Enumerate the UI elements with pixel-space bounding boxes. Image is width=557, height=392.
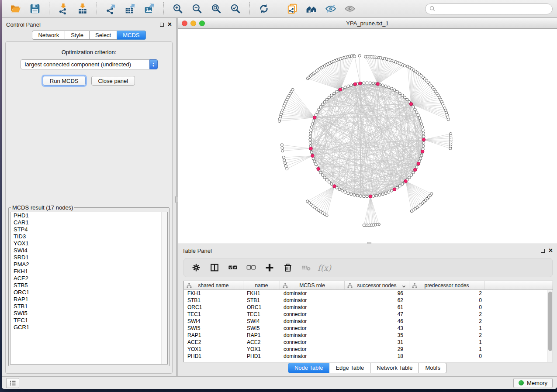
table-row[interactable]: ACE2ACE2connector311 xyxy=(184,339,553,346)
mcds-result-item[interactable]: RAP1 xyxy=(10,296,167,303)
network-window-titlebar[interactable]: YPA_prune.txt_1 xyxy=(178,18,557,29)
mcds-result-item[interactable]: FKH1 xyxy=(10,268,167,275)
import-network-button[interactable] xyxy=(57,2,70,15)
table-row[interactable]: YOX1YOX1connector291 xyxy=(184,346,553,353)
export-image-button[interactable] xyxy=(143,2,156,15)
create-column-button[interactable] xyxy=(264,262,275,273)
mcds-result-item[interactable]: ORC1 xyxy=(10,289,167,296)
tab-select[interactable]: Select xyxy=(90,31,117,40)
save-session-button[interactable] xyxy=(28,2,42,15)
tab-mcds[interactable]: MCDS xyxy=(117,31,145,40)
zoom-fit-button[interactable] xyxy=(210,2,223,15)
table-panel-title: Table Panel xyxy=(182,248,212,254)
close-panel-icon[interactable]: × xyxy=(168,22,172,27)
close-table-panel-icon[interactable]: × xyxy=(549,248,553,253)
search-input[interactable] xyxy=(436,6,549,12)
mcds-result-item[interactable]: SWI5 xyxy=(10,310,167,317)
mcds-result-list[interactable]: PHD1CAR1STP4TID3YOX1SWI4SRD1PMA2FKH1ACE2… xyxy=(10,212,168,364)
export-table-button[interactable] xyxy=(124,2,137,15)
table-row[interactable]: RAP1RAP1dominator352 xyxy=(184,332,553,339)
export-network-button[interactable] xyxy=(104,2,118,15)
tab-motifs[interactable]: Motifs xyxy=(419,363,447,373)
neighborhood-button[interactable] xyxy=(305,2,318,15)
trash-icon xyxy=(283,263,293,272)
cell-name: ORC1 xyxy=(243,304,280,311)
cell-mcds-role: connector xyxy=(280,339,345,346)
table-row[interactable]: STB1STB1dominator620 xyxy=(184,297,553,304)
delete-columns-button[interactable] xyxy=(282,262,293,273)
float-panel-icon[interactable] xyxy=(160,23,164,27)
import-table-button[interactable] xyxy=(76,2,89,15)
cell-successor-nodes: 35 xyxy=(345,332,409,339)
zoom-selected-button[interactable] xyxy=(229,2,242,15)
mcds-result-item[interactable]: SWI4 xyxy=(10,247,167,254)
table-row[interactable]: SWI4SWI4dominator462 xyxy=(184,318,553,325)
search-box[interactable] xyxy=(425,3,553,14)
window-maximize-icon[interactable] xyxy=(199,21,205,26)
run-mcds-button[interactable]: Run MCDS xyxy=(43,76,86,86)
column-header-shared-name[interactable]: shared name xyxy=(184,281,243,289)
table-row[interactable]: FKH1FKH1dominator962 xyxy=(184,290,553,297)
mcds-result-item[interactable]: GCR1 xyxy=(10,324,167,331)
show-panels-button[interactable] xyxy=(6,378,19,388)
float-table-panel-icon[interactable] xyxy=(541,249,545,253)
mcds-result-item[interactable]: YOX1 xyxy=(10,240,167,247)
column-header-name[interactable]: name xyxy=(243,281,280,289)
window-close-icon[interactable] xyxy=(182,21,187,26)
apply-layout-button[interactable] xyxy=(257,2,270,15)
cell-predecessor-nodes: 2 xyxy=(409,318,484,325)
cell-shared-name: RAP1 xyxy=(184,332,243,339)
cell-predecessor-nodes: 1 xyxy=(409,346,484,353)
cell-predecessor-nodes: 1 xyxy=(409,339,484,346)
column-header-predecessor-nodes[interactable]: predecessor nodes xyxy=(409,281,484,289)
mcds-result-item[interactable]: PMA2 xyxy=(10,261,167,268)
criterion-dropdown[interactable]: largest connected component (undirected)… xyxy=(21,59,158,69)
show-all-columns-button[interactable] xyxy=(227,262,238,273)
window-minimize-icon[interactable] xyxy=(190,21,196,26)
mcds-result-item[interactable]: CAR1 xyxy=(10,219,167,226)
table-row[interactable]: SWI5SWI5connector431 xyxy=(184,325,553,332)
memory-button[interactable]: Memory xyxy=(513,378,553,388)
mcds-result-item[interactable]: STB5 xyxy=(10,282,167,289)
table-scrollbar[interactable] xyxy=(547,290,553,362)
network-graph[interactable] xyxy=(178,29,557,244)
cytoscape-window: Control Panel × NetworkStyleSelectMCDS O… xyxy=(2,0,557,389)
close-panel-button[interactable]: Close panel xyxy=(91,76,135,86)
table-row[interactable]: TEC1TEC1connector472 xyxy=(184,311,553,318)
hide-all-columns-button[interactable] xyxy=(246,262,256,273)
mcds-result-item[interactable]: TID3 xyxy=(10,233,167,240)
zoom-out-button[interactable] xyxy=(190,2,204,15)
column-filler xyxy=(484,281,553,289)
copy-network-button[interactable] xyxy=(286,2,299,15)
mcds-result-item[interactable]: STB1 xyxy=(10,303,167,310)
export-table-icon xyxy=(125,3,136,14)
column-header-successor-nodes[interactable]: successor nodes xyxy=(345,281,409,289)
function-builder-button: f(x) xyxy=(319,262,330,273)
tab-network-table[interactable]: Network Table xyxy=(370,363,419,373)
show-graphics-details-button[interactable] xyxy=(343,2,356,15)
open-file-button[interactable] xyxy=(9,2,22,15)
mcds-result-item[interactable]: PHD1 xyxy=(10,212,167,219)
scrollbar-thumb[interactable] xyxy=(548,292,552,351)
toggle-columns-button[interactable] xyxy=(209,262,220,273)
tab-edge-table[interactable]: Edge Table xyxy=(329,363,370,373)
tab-network[interactable]: Network xyxy=(32,31,65,40)
cell-predecessor-nodes: 0 xyxy=(409,304,484,311)
tab-style[interactable]: Style xyxy=(65,31,90,40)
table-delete-icon xyxy=(301,263,311,272)
table-row[interactable]: PHD1PHD1dominator180 xyxy=(184,353,553,360)
mcds-result-item[interactable]: ACE2 xyxy=(10,275,167,282)
column-header-mcds-role[interactable]: MCDS role xyxy=(280,281,345,289)
mcds-result-item[interactable]: SRD1 xyxy=(10,254,167,261)
control-panel-title: Control Panel xyxy=(6,21,41,28)
hide-graphics-details-button[interactable] xyxy=(324,2,337,15)
table-mode-button[interactable] xyxy=(190,262,201,273)
network-canvas[interactable] xyxy=(178,29,557,244)
mcds-result-item[interactable]: STP4 xyxy=(10,226,167,233)
tab-node-table[interactable]: Node Table xyxy=(288,363,330,373)
zoom-in-button[interactable] xyxy=(171,2,184,15)
export-image-icon xyxy=(144,3,155,14)
mcds-result-item[interactable]: TEC1 xyxy=(10,317,167,324)
table-row[interactable]: ORC1ORC1dominator610 xyxy=(184,304,553,311)
result-scrollbar[interactable] xyxy=(161,212,167,364)
